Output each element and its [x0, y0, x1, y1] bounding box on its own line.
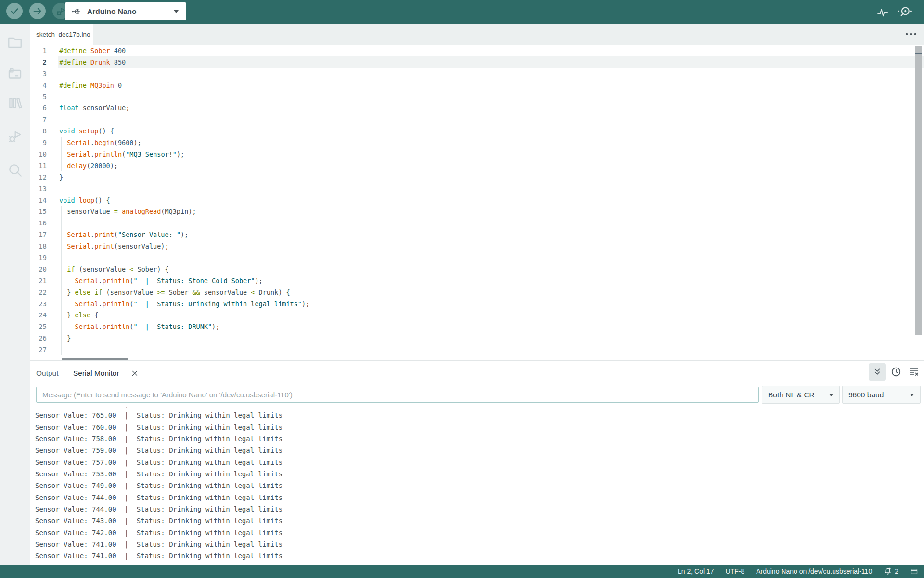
serial-message-input[interactable]: [36, 387, 759, 403]
code-text: Serial.println(" | Status: Stone Cold So…: [47, 277, 263, 285]
serial-line: Sensor Value: 743.00 | Status: Drinking …: [35, 515, 924, 526]
code-line[interactable]: 8void setup() {: [30, 125, 924, 137]
toolbar: Arduino Nano: [0, 0, 924, 24]
debug-sidebar-icon[interactable]: [7, 128, 23, 144]
serial-monitor-output[interactable]: Sensor Value: 765.00 | Status: Drinking …: [30, 407, 924, 565]
code-line[interactable]: 9 Serial.begin(9600);: [30, 137, 924, 148]
line-number[interactable]: 3: [30, 70, 47, 78]
code-line[interactable]: 7: [30, 114, 924, 125]
double-chevron-down-icon: [873, 368, 882, 376]
upload-button[interactable]: [29, 3, 46, 19]
code-text: Serial.print("Sensor Value: ");: [47, 231, 188, 238]
line-number[interactable]: 19: [30, 254, 47, 262]
code-text: void loop() {: [47, 197, 110, 204]
line-number[interactable]: 4: [30, 81, 47, 89]
scroll-lock-button[interactable]: [869, 363, 886, 381]
line-number[interactable]: 27: [30, 346, 47, 354]
baud-rate-dropdown[interactable]: 9600 baud: [842, 386, 921, 404]
file-tab[interactable]: sketch_dec17b.ino: [30, 24, 93, 45]
tab-output[interactable]: Output: [36, 361, 59, 386]
clear-output-icon: [908, 366, 920, 378]
line-number[interactable]: 7: [30, 116, 47, 123]
line-number[interactable]: 8: [30, 127, 47, 135]
code-line[interactable]: 4#define MQ3pin 0: [30, 79, 924, 91]
code-editor[interactable]: 1#define Sober 4002#define Drunk 85034#d…: [30, 45, 924, 360]
tab-menu-button[interactable]: [906, 33, 916, 35]
line-ending-dropdown[interactable]: Both NL & CR: [762, 386, 840, 404]
sketchbook-folder-icon[interactable]: [7, 34, 23, 51]
line-number[interactable]: 6: [30, 104, 47, 112]
code-line[interactable]: 21 Serial.println(" | Status: Stone Cold…: [30, 275, 924, 287]
line-number[interactable]: 15: [30, 208, 47, 215]
code-line[interactable]: 25 Serial.println(" | Status: DRUNK");: [30, 321, 924, 332]
code-line[interactable]: 14void loop() {: [30, 195, 924, 206]
status-bar: Ln 2, Col 17 UTF-8 Arduino Nano on /dev/…: [0, 565, 924, 578]
tab-serial-monitor[interactable]: Serial Monitor: [73, 361, 119, 386]
serial-line: Sensor Value: 759.00 | Status: Drinking …: [35, 445, 924, 456]
line-number[interactable]: 2: [30, 58, 47, 66]
serial-plotter-icon[interactable]: [876, 5, 889, 19]
line-number[interactable]: 24: [30, 311, 47, 319]
timestamp-button[interactable]: [887, 363, 905, 381]
code-line[interactable]: 3: [30, 68, 924, 79]
code-line[interactable]: 16: [30, 217, 924, 229]
code-line[interactable]: 15 sensorValue = analogRead(MQ3pin);: [30, 206, 924, 217]
code-line[interactable]: 1#define Sober 400: [30, 45, 924, 56]
code-line[interactable]: 12}: [30, 171, 924, 183]
code-text: }: [47, 173, 63, 181]
code-text: float sensorValue;: [47, 104, 129, 112]
line-number[interactable]: 1: [30, 47, 47, 54]
code-line[interactable]: 5: [30, 91, 924, 103]
encoding[interactable]: UTF-8: [726, 567, 745, 575]
code-line[interactable]: 23 Serial.println(" | Status: Drinking w…: [30, 298, 924, 310]
notification-count: 2: [895, 567, 898, 575]
line-number[interactable]: 18: [30, 242, 47, 250]
code-line[interactable]: 20 if (sensorValue < Sober) {: [30, 263, 924, 275]
line-number[interactable]: 23: [30, 300, 47, 308]
activity-sidebar: [0, 24, 30, 565]
code-line[interactable]: 13: [30, 183, 924, 195]
toggle-panel-button[interactable]: [910, 567, 918, 576]
boards-manager-icon[interactable]: [7, 66, 23, 82]
code-line[interactable]: 19: [30, 252, 924, 263]
code-line[interactable]: 6float sensorValue;: [30, 102, 924, 114]
line-number[interactable]: 21: [30, 277, 47, 285]
tab-output-label: Output: [36, 369, 59, 378]
code-line[interactable]: 11 delay(20000);: [30, 160, 924, 171]
code-line[interactable]: 27: [30, 344, 924, 355]
code-line[interactable]: 18 Serial.print(sensorValue);: [30, 240, 924, 252]
code-line[interactable]: 22 } else if (sensorValue >= Sober && se…: [30, 287, 924, 298]
code-line[interactable]: 17 Serial.print("Sensor Value: ");: [30, 229, 924, 240]
line-number[interactable]: 12: [30, 173, 47, 181]
close-tab-icon[interactable]: [130, 369, 139, 378]
line-number[interactable]: 16: [30, 219, 47, 227]
notifications-button[interactable]: 2: [884, 567, 898, 576]
code-line[interactable]: 26 }: [30, 332, 924, 344]
line-number[interactable]: 9: [30, 139, 47, 146]
cursor-position[interactable]: Ln 2, Col 17: [678, 567, 714, 575]
line-number[interactable]: 10: [30, 150, 47, 158]
line-number[interactable]: 5: [30, 93, 47, 101]
line-number[interactable]: 17: [30, 231, 47, 238]
board-selector[interactable]: Arduino Nano: [65, 2, 186, 20]
verify-button[interactable]: [6, 3, 23, 19]
search-icon[interactable]: [7, 162, 23, 178]
library-manager-icon[interactable]: [7, 95, 23, 111]
line-number[interactable]: 14: [30, 197, 47, 204]
line-number[interactable]: 13: [30, 185, 47, 193]
serial-line: Sensor Value: 742.00 | Status: Drinking …: [35, 527, 924, 539]
serial-monitor-icon[interactable]: [897, 4, 912, 20]
clear-output-button[interactable]: [905, 363, 923, 381]
line-number[interactable]: 22: [30, 289, 47, 296]
editor-vertical-scrollbar[interactable]: [915, 46, 922, 335]
line-number[interactable]: 25: [30, 323, 47, 330]
code-line[interactable]: 10 Serial.println("MQ3 Sensor!");: [30, 148, 924, 160]
code-text: delay(20000);: [47, 162, 118, 170]
line-number[interactable]: 20: [30, 265, 47, 273]
line-number[interactable]: 26: [30, 334, 47, 342]
line-number[interactable]: 11: [30, 162, 47, 170]
board-port-status[interactable]: Arduino Nano on /dev/cu.usbserial-110: [756, 567, 872, 575]
code-text: } else {: [47, 311, 98, 319]
code-line[interactable]: 24 } else {: [30, 309, 924, 321]
code-line[interactable]: 2#define Drunk 850: [30, 56, 924, 68]
